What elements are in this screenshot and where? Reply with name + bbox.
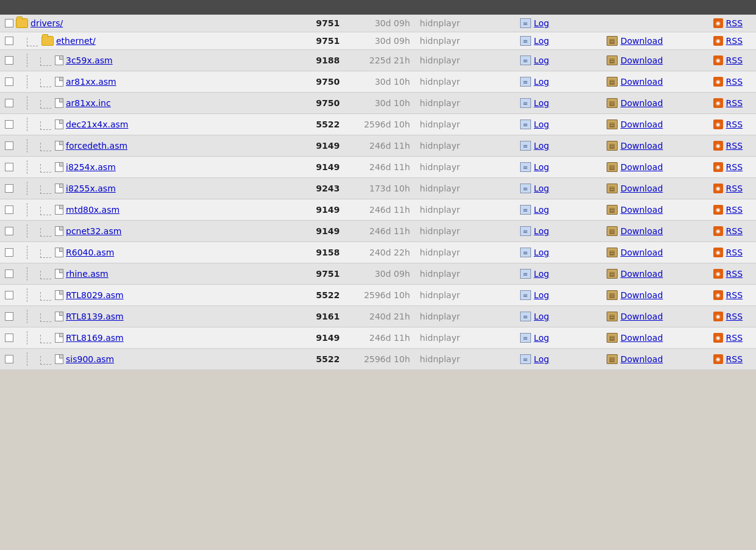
log-icon: ≡ <box>520 312 531 321</box>
file-name-link[interactable]: ethernet/ <box>56 36 96 46</box>
rss-link[interactable]: RSS <box>726 248 743 257</box>
rss-link[interactable]: RSS <box>726 269 743 279</box>
file-name-link[interactable]: forcedeth.asm <box>66 141 127 151</box>
file-name-link[interactable]: rhine.asm <box>66 269 109 279</box>
download-link[interactable]: Download <box>621 312 663 321</box>
download-icon: ▤ <box>607 36 618 46</box>
file-name-link[interactable]: sis900.asm <box>66 354 114 364</box>
row-checkbox[interactable] <box>5 163 13 171</box>
file-name-link[interactable]: 3c59x.asm <box>66 55 113 65</box>
row-checkbox[interactable] <box>5 270 13 278</box>
rss-link[interactable]: RSS <box>726 333 743 343</box>
rss-link[interactable]: RSS <box>726 226 743 236</box>
rss-icon: ◉ <box>713 98 723 108</box>
row-checkbox[interactable] <box>5 205 13 214</box>
table-row: i8255x.asm9243173d 10hhidnplayr≡Log▤Down… <box>0 178 756 199</box>
row-checkbox[interactable] <box>5 120 13 129</box>
row-checkbox[interactable] <box>5 141 13 150</box>
log-link[interactable]: Log <box>534 98 549 108</box>
file-icon <box>55 162 63 172</box>
file-name-link[interactable]: drivers/ <box>30 18 63 28</box>
rss-link[interactable]: RSS <box>726 205 743 215</box>
log-link[interactable]: Log <box>534 290 549 300</box>
log-icon: ≡ <box>520 36 531 46</box>
row-checkbox[interactable] <box>5 227 13 235</box>
rss-link[interactable]: RSS <box>726 354 743 364</box>
log-link[interactable]: Log <box>534 333 549 343</box>
file-name-link[interactable]: i8255x.asm <box>66 184 116 193</box>
file-name-link[interactable]: i8254x.asm <box>66 162 116 172</box>
download-link[interactable]: Download <box>621 205 663 215</box>
download-icon: ▤ <box>607 269 618 279</box>
rss-link[interactable]: RSS <box>726 312 743 321</box>
row-checkbox[interactable] <box>5 355 13 363</box>
row-checkbox[interactable] <box>5 77 13 86</box>
log-link[interactable]: Log <box>534 354 549 364</box>
download-icon: ▤ <box>607 290 618 300</box>
log-link[interactable]: Log <box>534 205 549 215</box>
file-name-link[interactable]: RTL8139.asm <box>66 312 124 321</box>
rss-link[interactable]: RSS <box>726 77 743 87</box>
file-name-link[interactable]: mtd80x.asm <box>66 205 119 215</box>
download-link[interactable]: Download <box>621 162 663 172</box>
download-link[interactable]: Download <box>621 55 663 65</box>
download-link[interactable]: Download <box>621 226 663 236</box>
log-link[interactable]: Log <box>534 55 549 65</box>
download-link[interactable]: Download <box>621 333 663 343</box>
download-link[interactable]: Download <box>621 184 663 193</box>
rss-link[interactable]: RSS <box>726 55 743 65</box>
author-name: hidnplayr <box>415 93 499 114</box>
rss-icon: ◉ <box>713 77 723 87</box>
download-link[interactable]: Download <box>621 77 663 87</box>
file-name-link[interactable]: RTL8029.asm <box>66 290 124 300</box>
file-name-link[interactable]: RTL8169.asm <box>66 333 124 343</box>
rss-cell: ◉RSS <box>700 327 756 349</box>
log-link[interactable]: Log <box>534 77 549 87</box>
log-link[interactable]: Log <box>534 120 549 129</box>
download-link[interactable]: Download <box>621 290 663 300</box>
log-link[interactable]: Log <box>534 141 549 151</box>
row-checkbox[interactable] <box>5 37 13 45</box>
log-cell: ≡Log <box>499 114 569 135</box>
row-checkbox[interactable] <box>5 99 13 107</box>
log-link[interactable]: Log <box>534 226 549 236</box>
download-link[interactable]: Download <box>621 120 663 129</box>
download-link[interactable]: Download <box>621 269 663 279</box>
rss-link[interactable]: RSS <box>726 290 743 300</box>
download-icon: ▤ <box>607 98 618 108</box>
table-row: ar81xx.inc975030d 10hhidnplayr≡Log▤Downl… <box>0 93 756 114</box>
log-link[interactable]: Log <box>534 18 549 28</box>
log-link[interactable]: Log <box>534 184 549 193</box>
file-name-link[interactable]: ar81xx.inc <box>66 98 111 108</box>
row-checkbox[interactable] <box>5 334 13 342</box>
log-link[interactable]: Log <box>534 36 549 46</box>
tree-vert-line <box>27 54 38 67</box>
log-link[interactable]: Log <box>534 162 549 172</box>
row-checkbox[interactable] <box>5 19 13 27</box>
download-link[interactable]: Download <box>621 248 663 257</box>
rss-link[interactable]: RSS <box>726 18 743 28</box>
log-link[interactable]: Log <box>534 248 549 257</box>
log-icon: ≡ <box>520 184 531 193</box>
download-link[interactable]: Download <box>621 36 663 46</box>
file-name-link[interactable]: ar81xx.asm <box>66 77 116 87</box>
rss-link[interactable]: RSS <box>726 98 743 108</box>
log-link[interactable]: Log <box>534 269 549 279</box>
download-link[interactable]: Download <box>621 354 663 364</box>
rss-link[interactable]: RSS <box>726 141 743 151</box>
file-name-link[interactable]: pcnet32.asm <box>66 226 121 236</box>
rss-link[interactable]: RSS <box>726 162 743 172</box>
download-link[interactable]: Download <box>621 141 663 151</box>
file-name-link[interactable]: dec21x4x.asm <box>66 120 128 129</box>
rss-link[interactable]: RSS <box>726 120 743 129</box>
row-checkbox[interactable] <box>5 291 13 299</box>
rss-link[interactable]: RSS <box>726 184 743 193</box>
download-link[interactable]: Download <box>621 98 663 108</box>
file-name-link[interactable]: R6040.asm <box>66 248 114 257</box>
row-checkbox[interactable] <box>5 184 13 193</box>
row-checkbox[interactable] <box>5 312 13 321</box>
row-checkbox[interactable] <box>5 56 13 65</box>
row-checkbox[interactable] <box>5 248 13 257</box>
rss-link[interactable]: RSS <box>726 36 743 46</box>
log-link[interactable]: Log <box>534 312 549 321</box>
